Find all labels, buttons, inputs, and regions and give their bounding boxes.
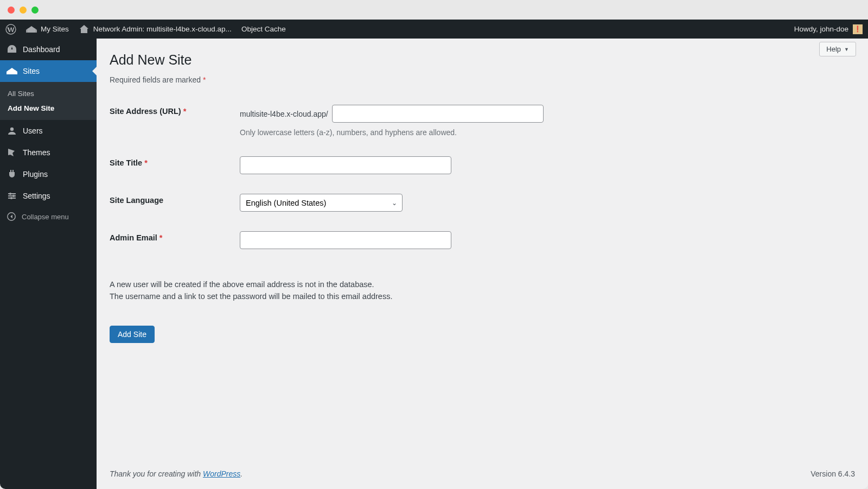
wordpress-link[interactable]: WordPress (203, 469, 240, 478)
users-icon (7, 125, 17, 136)
footer-thanks-prefix: Thank you for creating with (110, 469, 203, 478)
network-admin-label: Network Admin: multisite-l4be.x-cloud.ap… (93, 25, 232, 33)
mac-titlebar (0, 0, 868, 20)
help-tab[interactable]: Help ▼ (819, 42, 856, 56)
collapse-menu[interactable]: Collapse menu (0, 207, 97, 226)
collapse-label: Collapse menu (22, 213, 69, 221)
site-address-label: Site Address (URL) (110, 107, 181, 116)
required-star: * (203, 75, 206, 84)
close-window-icon[interactable] (8, 7, 15, 14)
admin-email-info: A new user will be created if the above … (110, 278, 855, 303)
object-cache-label: Object Cache (241, 25, 286, 33)
account-menu[interactable]: Howdy, john-doe ❗ (794, 24, 863, 34)
admin-email-input[interactable] (240, 231, 451, 249)
site-language-label: Site Language (110, 196, 163, 205)
sidebar-item-label: Users (23, 126, 43, 135)
page-title: Add New Site (110, 44, 855, 72)
minimize-window-icon[interactable] (20, 7, 27, 14)
sidebar-item-label: Sites (23, 67, 40, 75)
required-star: * (144, 158, 148, 167)
app-window: My Sites Network Admin: multisite-l4be.x… (0, 0, 868, 489)
settings-icon (7, 190, 17, 201)
sidebar-item-label: Themes (23, 148, 50, 157)
svg-point-6 (12, 195, 15, 197)
admin-email-label: Admin Email (110, 233, 157, 242)
info-line-2: The username and a link to set the passw… (110, 290, 855, 302)
site-title-input[interactable] (240, 156, 451, 174)
admin-footer: Thank you for creating with WordPress. V… (97, 462, 868, 489)
site-address-hint: Only lowercase letters (a-z), numbers, a… (240, 128, 850, 137)
wordpress-logo-icon (5, 24, 16, 35)
footer-thanks-suffix: . (240, 469, 242, 478)
sites-submenu: All Sites Add New Site (0, 82, 97, 120)
required-fields-note: Required fields are marked * (110, 75, 855, 84)
help-label: Help (826, 45, 841, 53)
footer-thanks: Thank you for creating with WordPress. (110, 469, 242, 478)
version-label: Version 6.4.3 (810, 469, 855, 478)
chevron-down-icon: ▼ (844, 47, 849, 52)
network-sites-icon (26, 24, 37, 35)
required-star: * (183, 107, 187, 116)
sidebar-item-label: Dashboard (23, 45, 60, 54)
sidebar-item-plugins[interactable]: Plugins (0, 163, 97, 185)
sidebar-item-users[interactable]: Users (0, 120, 97, 142)
submenu-add-new-site[interactable]: Add New Site (0, 101, 97, 116)
admin-bar: My Sites Network Admin: multisite-l4be.x… (0, 20, 868, 39)
required-note-text: Required fields are marked (110, 75, 201, 84)
site-title-label: Site Title (110, 158, 142, 167)
dashboard-icon (7, 44, 17, 55)
plugins-icon (7, 169, 17, 180)
my-sites-label: My Sites (41, 25, 69, 33)
object-cache-menu[interactable]: Object Cache (241, 25, 286, 33)
sidebar-item-themes[interactable]: Themes (0, 142, 97, 163)
admin-sidebar: Dashboard Sites All Sites Add New Site U… (0, 39, 97, 489)
site-address-input[interactable] (332, 105, 544, 123)
home-icon (79, 24, 90, 35)
network-admin-menu[interactable]: Network Admin: multisite-l4be.x-cloud.ap… (79, 24, 232, 35)
collapse-icon (7, 212, 16, 221)
submenu-all-sites[interactable]: All Sites (0, 86, 97, 101)
sites-icon (7, 66, 17, 77)
maximize-window-icon[interactable] (31, 7, 39, 14)
sidebar-item-dashboard[interactable]: Dashboard (0, 39, 97, 60)
howdy-label: Howdy, john-doe (794, 25, 848, 33)
my-sites-menu[interactable]: My Sites (26, 24, 69, 35)
site-language-select[interactable]: English (United States) (240, 194, 403, 212)
svg-point-0 (6, 24, 16, 34)
sidebar-item-label: Settings (23, 192, 50, 200)
site-address-prefix: multisite-l4be.x-cloud.app/ (240, 110, 328, 118)
required-star: * (159, 233, 163, 242)
content-area: Help ▼ Add New Site Required fields are … (97, 39, 868, 489)
info-line-1: A new user will be created if the above … (110, 278, 855, 290)
add-site-button[interactable]: Add Site (110, 326, 155, 343)
svg-point-7 (10, 197, 12, 199)
svg-point-1 (10, 128, 14, 131)
themes-icon (7, 147, 17, 158)
svg-point-5 (9, 193, 11, 195)
avatar-icon: ❗ (853, 24, 863, 34)
sidebar-item-label: Plugins (23, 170, 48, 179)
wp-logo-menu[interactable] (5, 24, 16, 35)
add-site-form: Site Address (URL) * multisite-l4be.x-cl… (110, 95, 855, 259)
sidebar-item-settings[interactable]: Settings (0, 185, 97, 207)
sidebar-item-sites[interactable]: Sites (0, 60, 97, 82)
